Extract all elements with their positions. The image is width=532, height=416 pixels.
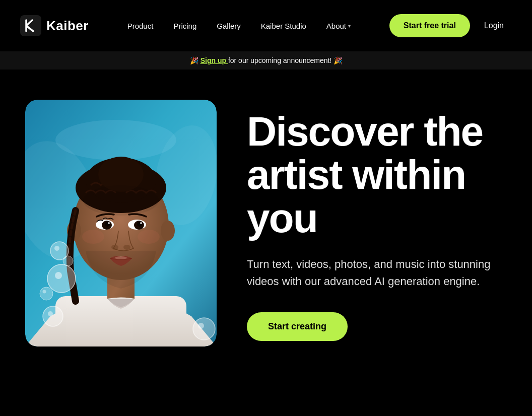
logo-icon [20,15,41,36]
nav-product[interactable]: Product [119,18,162,34]
svg-point-39 [198,323,204,329]
svg-point-5 [55,120,176,160]
navbar: Kaiber Product Pricing Gallery Kaiber St… [0,0,532,51]
svg-point-30 [55,272,62,279]
nav-pricing[interactable]: Pricing [165,18,205,34]
announcement-message: for our upcoming announcement! 🎉 [228,56,342,64]
nav-links: Product Pricing Gallery Kaiber Studio Ab… [119,18,359,34]
svg-point-15 [83,185,159,216]
start-free-trial-button[interactable]: Start free trial [389,14,470,37]
svg-point-37 [63,256,73,266]
hero-image [25,100,217,346]
hero-title: Discover the artist within you [247,110,507,240]
svg-point-34 [43,290,46,294]
svg-point-24 [111,245,118,250]
nav-about[interactable]: About ▾ [318,18,359,34]
logo-link[interactable]: Kaiber [20,15,89,36]
login-button[interactable]: Login [476,16,512,35]
hero-content: Discover the artist within you Turn text… [247,100,507,341]
nav-gallery[interactable]: Gallery [209,18,249,34]
logo-text: Kaiber [46,18,89,34]
announcement-banner: 🎉 Sign up for our upcoming announcement!… [0,51,532,70]
svg-point-33 [40,287,53,300]
svg-point-29 [47,264,76,293]
announcement-prefix-emoji: 🎉 [190,56,198,64]
svg-point-32 [48,311,53,316]
svg-point-23 [140,222,142,224]
svg-point-11 [161,221,175,241]
svg-point-27 [82,230,104,244]
hero-section: Discover the artist within you Turn text… [0,70,532,382]
announcement-signup-link[interactable]: Sign up [201,56,228,64]
svg-rect-0 [20,15,41,36]
svg-point-31 [43,306,63,326]
hero-portrait-svg [25,100,217,346]
nav-actions: Start free trial Login [389,14,512,37]
svg-point-22 [108,222,110,224]
svg-point-36 [54,246,59,251]
hero-description: Turn text, videos, photos, and music int… [247,256,507,290]
svg-point-28 [138,230,160,244]
svg-point-38 [193,318,215,340]
chevron-down-icon: ▾ [348,23,351,29]
nav-kaiber-studio[interactable]: Kaiber Studio [253,18,314,34]
svg-point-25 [123,245,130,250]
start-creating-button[interactable]: Start creating [247,312,348,341]
